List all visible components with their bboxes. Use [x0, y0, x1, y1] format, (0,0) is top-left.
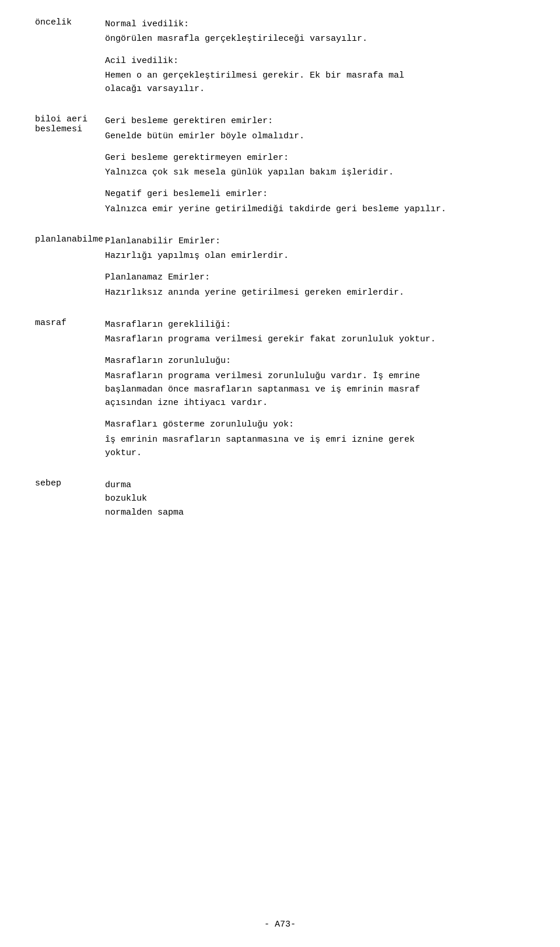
subsection-title-masraf-gosterme: Masrafları gösterme zorunluluğu yok:: [105, 418, 525, 431]
section-label-biloi: biloi aeri beslemesi: [35, 114, 105, 224]
section-body-oncelik: Normal ivedilik: öngörülen masrafla gerç…: [105, 18, 525, 104]
section-sebep: sebep durma bozukluk normalden sapma: [35, 478, 525, 527]
subsection-planlanamaz: Planlanamaz Emirler: Hazırlıksız anında …: [105, 271, 525, 299]
subsection-title-geri1: Geri besleme gerektiren emirler:: [105, 114, 525, 128]
subsection-text-acil: Hemen o an gerçekleştirilmesi gerekir. E…: [105, 69, 525, 96]
footer-text: - A73-: [264, 920, 296, 929]
subsection-acil-ivedilik: Acil ivedilik: Hemen o an gerçekleştiril…: [105, 54, 525, 96]
subsection-title-masraf-gereklilik: Masrafların gerekliliği:: [105, 318, 525, 331]
page-content: öncelik Normal ivedilik: öngörülen masra…: [0, 0, 560, 585]
subsection-text-planlanabilir: Hazırlığı yapılmış olan emirlerdir.: [105, 249, 525, 263]
section-biloi: biloi aeri beslemesi Geri besleme gerekt…: [35, 114, 525, 224]
subsection-text-geri2: Yalnızca çok sık mesela günlük yapılan b…: [105, 166, 525, 179]
subsection-text-masraf-zorunlu: Masrafların programa verilmesi zorunlulu…: [105, 369, 525, 410]
subsection-geri-besleme-gerektiren: Geri besleme gerektiren emirler: Genelde…: [105, 114, 525, 143]
section-body-planlanabilme: Planlanabilir Emirler: Hazırlığı yapılmı…: [105, 235, 525, 307]
subsection-negatif-geri: Negatif geri beslemeli emirler: Yalnızca…: [105, 187, 525, 216]
section-body-biloi: Geri besleme gerektiren emirler: Genelde…: [105, 114, 525, 224]
section-masraf: masraf Masrafların gerekliliği: Masrafla…: [35, 318, 525, 468]
section-oncelik: öncelik Normal ivedilik: öngörülen masra…: [35, 18, 525, 104]
subsection-title-planlanabilir: Planlanabilir Emirler:: [105, 235, 525, 248]
subsection-text-sebep: durma bozukluk normalden sapma: [105, 478, 525, 519]
subsection-masraf-zorunlulugu: Masrafların zorunluluğu: Masrafların pro…: [105, 354, 525, 410]
subsection-title-negatif: Negatif geri beslemeli emirler:: [105, 187, 525, 201]
section-label-planlanabilme: planlanabilme: [35, 235, 105, 307]
section-body-masraf: Masrafların gerekliliği: Masrafların pro…: [105, 318, 525, 468]
subsection-masraf-gerekliligi: Masrafların gerekliliği: Masrafların pro…: [105, 318, 525, 347]
subsection-planlanabilir: Planlanabilir Emirler: Hazırlığı yapılmı…: [105, 235, 525, 263]
section-body-sebep: durma bozukluk normalden sapma: [105, 478, 525, 527]
subsection-text-negatif: Yalnızca emir yerine getirilmediği takdi…: [105, 202, 525, 216]
subsection-text-masraf-gereklilik: Masrafların programa verilmesi gerekir f…: [105, 333, 525, 346]
page-footer: - A73-: [0, 920, 560, 929]
subsection-text-planlanamaz: Hazırlıksız anında yerine getirilmesi ge…: [105, 286, 525, 299]
section-label-sebep: sebep: [35, 478, 105, 527]
subsection-text-geri1: Genelde bütün emirler böyle olmalıdır.: [105, 130, 525, 143]
subsection-masraf-gosterme: Masrafları gösterme zorunluluğu yok: îş …: [105, 418, 525, 460]
subsection-title-masraf-zorunlu: Masrafların zorunluluğu:: [105, 354, 525, 368]
subsection-text-masraf-gosterme: îş emrinin masrafların saptanmasına ve i…: [105, 433, 525, 460]
subsection-geri-besleme-gerektirmeyen: Geri besleme gerektirmeyen emirler: Yaln…: [105, 151, 525, 180]
section-label-oncelik: öncelik: [35, 18, 105, 104]
section-label-masraf: masraf: [35, 318, 105, 468]
section-planlanabilme: planlanabilme Planlanabilir Emirler: Haz…: [35, 235, 525, 307]
subsection-normal-ivedilik: Normal ivedilik: öngörülen masrafla gerç…: [105, 18, 525, 46]
subsection-text-normal: öngörülen masrafla gerçekleştirileceği v…: [105, 32, 525, 46]
subsection-sebep-items: durma bozukluk normalden sapma: [105, 478, 525, 519]
subsection-title-acil: Acil ivedilik:: [105, 54, 525, 68]
subsection-title-geri2: Geri besleme gerektirmeyen emirler:: [105, 151, 525, 165]
subsection-title-planlanamaz: Planlanamaz Emirler:: [105, 271, 525, 284]
subsection-title-normal: Normal ivedilik:: [105, 18, 525, 31]
